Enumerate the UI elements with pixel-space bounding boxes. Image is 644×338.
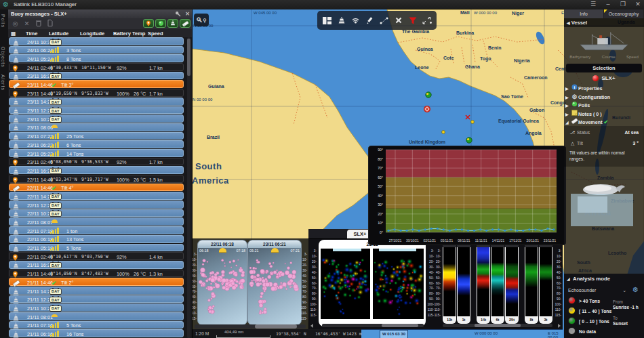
message-row-sun[interactable]: 22/11 08:07	[9, 217, 184, 226]
message-row-day[interactable]: 21/11 12:24DAY	[9, 295, 184, 303]
message-row-pos[interactable]: 23/11 14:460°19,650'N9°53,833'W100%26 °C…	[9, 89, 184, 97]
sidetab-alerts[interactable]: Alerts	[1, 72, 5, 93]
strips-scrollbar-thumb[interactable]	[475, 324, 521, 327]
bubble-card-1[interactable]: 22/11 06:18 06:18 07:18	[197, 240, 247, 325]
message-row-echo[interactable]: 24/11 06:243 Tons	[9, 46, 184, 54]
message-row-echo[interactable]: 23/11 05:2214 Tons	[9, 149, 184, 157]
message-row-day[interactable]: 22/11 14:26DAY	[9, 192, 184, 200]
buoy-icon[interactable]	[336, 15, 347, 26]
map-search-button[interactable]: 🔍︎⚲	[194, 14, 209, 26]
bubble-card-2[interactable]: 23/11 06:21 05:21 07:21	[247, 240, 302, 325]
export-icon[interactable]	[45, 20, 54, 28]
message-row-pos[interactable]: 22/11 02:460°10,617'N9°03,750'W92%1.4 kn	[9, 252, 184, 260]
message-row-tilt[interactable]: 21/11 14:46✔Tilt 2°	[9, 278, 184, 286]
vessel-section-header[interactable]: ◀ Vessel	[564, 18, 644, 27]
expand-pin-icon[interactable]	[421, 15, 432, 26]
filter-funnel-icon[interactable]	[407, 15, 418, 26]
expander-arrow-icon[interactable]: ▶	[565, 102, 571, 110]
selected-buoy-item[interactable]: SLX+	[564, 74, 644, 83]
list-scrollbar-track[interactable]	[187, 37, 190, 338]
message-row-echo[interactable]: 22/11 07:181 ton	[9, 226, 184, 234]
message-row-tilt[interactable]: 22/11 14:46✔Tilt 4°	[9, 184, 184, 192]
columns-icon[interactable]: ▦	[11, 30, 16, 37]
close-button[interactable]: ✕	[632, 0, 644, 9]
message-row-echo[interactable]: 21/11 07:165 Tons	[9, 321, 184, 329]
pin-icon[interactable]	[175, 11, 181, 17]
sidetab-objects[interactable]: Objects	[1, 45, 5, 70]
analysis-mode-header[interactable]: ◢Analysis mode	[567, 276, 610, 282]
message-row-echo[interactable]: 24/11 05:248 Tons	[9, 54, 184, 62]
route-icon[interactable]	[378, 15, 390, 26]
tilt-filter-button[interactable]	[180, 19, 190, 28]
minimize-button[interactable]: –	[602, 0, 614, 9]
vessel-bathymetry-label[interactable]: Bathymetry	[569, 54, 590, 62]
trash-icon[interactable]	[34, 20, 43, 28]
map-marker-dot-yellow[interactable]	[470, 114, 475, 127]
list-scrollbar-thumb[interactable]	[187, 39, 190, 76]
restore-button[interactable]: ❐	[617, 0, 629, 9]
col-time[interactable]: Time	[26, 30, 37, 37]
echosounder-filter-button[interactable]	[167, 19, 178, 28]
echogram-scrollbar-thumb[interactable]	[382, 324, 418, 327]
message-row-day[interactable]: 23/11 12:28DAY	[9, 106, 184, 114]
analysis-mode-dropdown[interactable]: Echosounder ⌄ ⚙	[568, 287, 640, 295]
tree-item-properties[interactable]: ▶iProperties	[565, 84, 643, 92]
polls-filter-button[interactable]	[155, 19, 166, 28]
bubble-scrollbar-track[interactable]	[195, 324, 306, 329]
tools-icon[interactable]	[393, 15, 404, 26]
tree-item-notes[interactable]: ▶Notes ( 0 )	[565, 110, 643, 118]
echogram-scrollbar-track[interactable]	[322, 324, 424, 327]
menu-icon[interactable]: ☰	[587, 0, 599, 9]
tree-item-movement[interactable]: ◢Movement ✔	[565, 118, 643, 126]
tree-item-configuration[interactable]: ▶⚙Configuration	[565, 93, 643, 101]
target-icon[interactable]: ◎	[11, 20, 20, 28]
col-temp[interactable]: Temp	[132, 30, 145, 37]
col-battery[interactable]: Battery	[113, 30, 131, 37]
map-marker-cross-red[interactable]	[465, 110, 470, 123]
bubble-scrollbar-thumb[interactable]	[255, 324, 297, 329]
tree-item-polls[interactable]: ▶Polls	[565, 101, 643, 109]
message-row-day[interactable]: 23/11 14:28DAY	[9, 98, 184, 106]
pencil-icon[interactable]	[364, 15, 376, 26]
scroll-left-icon[interactable]	[310, 324, 313, 328]
strips-scrollbar-track[interactable]	[443, 324, 552, 327]
col-speed[interactable]: Speed	[148, 30, 163, 37]
message-row-echo[interactable]: 22/11 06:1813 Tons	[9, 235, 184, 243]
map-marker-buoy-green[interactable]	[425, 89, 432, 101]
tab-info[interactable]: Info	[564, 9, 604, 18]
delete-icon[interactable]: ✕	[22, 20, 31, 28]
vessel-course-label[interactable]: Course	[602, 54, 616, 62]
message-row-day[interactable]: 22/11 12:26DAY	[9, 200, 184, 209]
message-row-pos[interactable]: 23/11 02:460°08,050'N9°36,533'W92%1.7 kn	[9, 158, 184, 166]
message-row-echo[interactable]: 22/11 05:185 Tons	[9, 244, 184, 252]
scroll-right-icon[interactable]	[558, 324, 561, 328]
vessel-speed-label[interactable]: Speed	[626, 54, 639, 62]
message-row-echo[interactable]: 21/11 06:1616 Tons	[9, 329, 184, 337]
message-row-day[interactable]: 22/11 16:27DAY	[9, 166, 184, 174]
message-row-pos[interactable]: 21/11 14:460°14,050'N8°47,483'W100%26 °C…	[9, 270, 184, 278]
tab-oceanography[interactable]: Oceanography	[604, 9, 644, 18]
layout-grid-icon[interactable]	[321, 15, 333, 26]
message-row-pos[interactable]: 22/11 14:460°03,347'N9°19,717'W100%26 °C…	[9, 175, 184, 183]
analysis-gear-icon[interactable]: ⚙	[632, 286, 639, 294]
sidetab-polls[interactable]: Polls	[1, 12, 5, 30]
map-marker-buoy-green[interactable]	[466, 134, 472, 146]
message-row-day[interactable]: 21/11 14:24DAY	[9, 287, 184, 295]
message-row-day[interactable]: 21/11 16:25DAY	[9, 261, 184, 269]
message-row-echo[interactable]: 23/11 06:226 Tons	[9, 140, 184, 148]
position-filter-button[interactable]	[143, 19, 154, 28]
message-row-sun[interactable]: 21/11 08:01	[9, 312, 184, 320]
map-marker-lifering-red[interactable]	[424, 103, 430, 115]
echosounder-icon[interactable]	[350, 15, 361, 26]
col-latitude[interactable]: Latitude	[49, 30, 68, 37]
message-row-day[interactable]: 21/11 10:24DAY	[9, 303, 184, 312]
expander-arrow-icon[interactable]: ▶	[565, 85, 571, 93]
main-echogram-card[interactable]: 23/11	[319, 240, 426, 326]
panel-close-icon[interactable]: ✕	[185, 9, 190, 18]
message-row-day[interactable]: 22/11 10:26DAY	[9, 209, 184, 217]
message-row-day[interactable]: 23/11 16:29DAY	[9, 72, 184, 80]
message-row-echo[interactable]: 23/11 07:2225 Tons	[9, 132, 184, 140]
expander-arrow-icon[interactable]: ▶	[565, 110, 571, 119]
expander-arrow-icon[interactable]: ▶	[565, 93, 571, 102]
map-marker-dot-yellow[interactable]	[441, 125, 445, 137]
